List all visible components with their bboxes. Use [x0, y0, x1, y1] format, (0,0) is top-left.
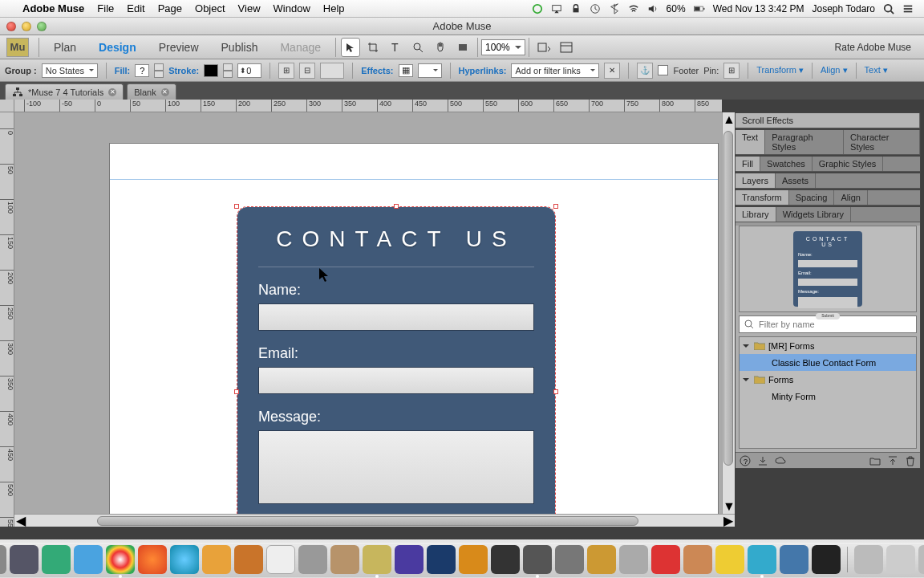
dock-calculator[interactable] — [298, 545, 327, 574]
panel-graphic-styles[interactable]: Graphic Styles — [813, 157, 884, 171]
minimize-button[interactable] — [22, 22, 31, 31]
dock-burn[interactable] — [812, 545, 841, 574]
hand-tool[interactable] — [431, 38, 450, 57]
dock-app-b[interactable] — [886, 545, 915, 574]
selection-handle[interactable] — [234, 204, 239, 209]
volume-icon[interactable] — [647, 3, 659, 14]
close-icon[interactable]: ✕ — [161, 88, 169, 96]
zoom-select[interactable]: 100% — [481, 39, 525, 55]
hyperlinks-label[interactable]: Hyperlinks: — [459, 66, 507, 75]
layout-button[interactable] — [557, 38, 576, 57]
tree-item-minty[interactable]: Minty Form — [740, 388, 916, 405]
dock-launchpad[interactable] — [0, 545, 6, 574]
new-folder-icon[interactable] — [869, 455, 881, 466]
battery-percent[interactable]: 60% — [667, 3, 686, 14]
trash-icon[interactable] — [904, 455, 917, 466]
dock-preview[interactable] — [619, 545, 648, 574]
effects-dropdown[interactable] — [418, 63, 442, 78]
library-preview[interactable]: CONTACT US Name: Email: Message: Submit — [739, 226, 917, 312]
dock-firefox[interactable] — [138, 545, 167, 574]
rectangle-tool[interactable] — [453, 38, 472, 57]
align-button[interactable]: Align ▾ — [821, 65, 848, 75]
fill-label[interactable]: Fill: — [115, 66, 131, 75]
corners-button[interactable]: ⊞ — [278, 63, 294, 79]
email-field[interactable] — [258, 367, 534, 394]
stroke-arrows[interactable] — [223, 63, 233, 78]
dock-camera[interactable] — [491, 545, 520, 574]
hyperlink-clear-button[interactable]: ✕ — [604, 63, 620, 79]
dock-addressbook[interactable] — [330, 545, 359, 574]
dock-app-a[interactable] — [854, 545, 883, 574]
close-icon[interactable]: ✕ — [108, 88, 116, 96]
fill-swatch[interactable] — [135, 64, 149, 77]
panel-character-styles[interactable]: Character Styles — [844, 130, 920, 154]
effects-label[interactable]: Effects: — [361, 66, 393, 75]
dock-app2[interactable] — [780, 545, 808, 574]
rate-button[interactable]: Rate Adobe Muse — [829, 39, 918, 56]
ruler-origin[interactable] — [0, 100, 14, 112]
text-tool[interactable]: T — [386, 38, 405, 57]
panel-align[interactable]: Align — [834, 190, 867, 205]
airplay-icon[interactable] — [551, 3, 562, 14]
dock-animate[interactable] — [395, 545, 424, 574]
selection-handle[interactable] — [394, 204, 399, 209]
zoom-tool[interactable] — [408, 38, 428, 57]
dock-skype[interactable] — [748, 545, 776, 574]
menu-file[interactable]: File — [97, 2, 114, 14]
anchor-button[interactable]: ⚓ — [637, 63, 653, 79]
timemachine-icon[interactable] — [590, 3, 601, 14]
lock-icon[interactable] — [570, 3, 582, 14]
mode-plan[interactable]: Plan — [43, 41, 87, 54]
dock-duck[interactable] — [715, 545, 744, 574]
dock-missioncontrol[interactable] — [10, 545, 38, 574]
dock-quicktime[interactable] — [523, 545, 552, 574]
document-tab-1[interactable]: *Muse 7 4 Tutorials ✕ — [5, 83, 124, 100]
panel-assets[interactable]: Assets — [776, 173, 816, 188]
canvas[interactable]: CONTACT US Name: Email: Message: Submit — [14, 112, 735, 527]
text-button[interactable]: Text ▾ — [865, 65, 888, 75]
dock-calendar[interactable] — [266, 545, 295, 574]
hyperlinks-dropdown[interactable]: Add or filter links — [511, 63, 599, 78]
mode-preview[interactable]: Preview — [148, 41, 210, 54]
panel-swatches[interactable]: Swatches — [760, 157, 813, 171]
pin-grid[interactable]: ⊞ — [723, 63, 740, 79]
crop-tool[interactable] — [363, 38, 383, 57]
menu-window[interactable]: Window — [274, 2, 310, 14]
dock-itunes[interactable] — [170, 545, 199, 574]
selection-handle[interactable] — [234, 389, 239, 394]
panel-library[interactable]: Library — [736, 207, 776, 222]
panel-paragraph-styles[interactable]: Paragraph Styles — [765, 130, 844, 154]
contact-form-widget[interactable]: CONTACT US Name: Email: Message: Submit — [237, 207, 555, 527]
menubar-app[interactable]: Adobe Muse — [22, 2, 84, 14]
dock-folder[interactable] — [918, 545, 925, 574]
notification-icon[interactable] — [902, 3, 914, 14]
dock-photoshop[interactable] — [427, 545, 456, 574]
spotlight-icon[interactable] — [883, 3, 894, 14]
panel-spacing[interactable]: Spacing — [789, 190, 835, 205]
stroke-label[interactable]: Stroke: — [168, 66, 199, 75]
mode-design[interactable]: Design — [87, 41, 148, 54]
panel-transform[interactable]: Transform — [736, 190, 789, 205]
battery-icon[interactable] — [694, 3, 705, 14]
sync-icon[interactable] — [532, 3, 543, 14]
vertical-scrollbar[interactable]: ▲▼ — [722, 112, 735, 514]
cloud-icon[interactable] — [774, 455, 787, 466]
muse-logo[interactable]: Mu — [6, 38, 29, 57]
import-icon[interactable] — [756, 455, 769, 466]
panel-text[interactable]: Text — [736, 130, 765, 154]
transform-button[interactable]: Transform ▾ — [756, 65, 804, 75]
dock-safari[interactable] — [74, 545, 103, 574]
dock-activity[interactable] — [587, 545, 616, 574]
dock-numbers[interactable] — [683, 545, 712, 574]
help-icon[interactable]: ? — [739, 455, 752, 466]
effects-swatch[interactable]: ▦ — [399, 64, 413, 77]
dock-muse[interactable] — [363, 545, 391, 574]
panel-scroll-effects[interactable]: Scroll Effects — [736, 113, 920, 128]
dock-illustrator[interactable] — [459, 545, 488, 574]
panel-fill[interactable]: Fill — [736, 157, 760, 171]
horizontal-scrollbar[interactable]: ◀▶ — [14, 514, 735, 527]
dock-mail[interactable] — [234, 545, 263, 574]
export-icon[interactable] — [886, 455, 899, 466]
menu-help[interactable]: Help — [323, 2, 345, 14]
chevron-down-icon[interactable] — [743, 344, 749, 351]
